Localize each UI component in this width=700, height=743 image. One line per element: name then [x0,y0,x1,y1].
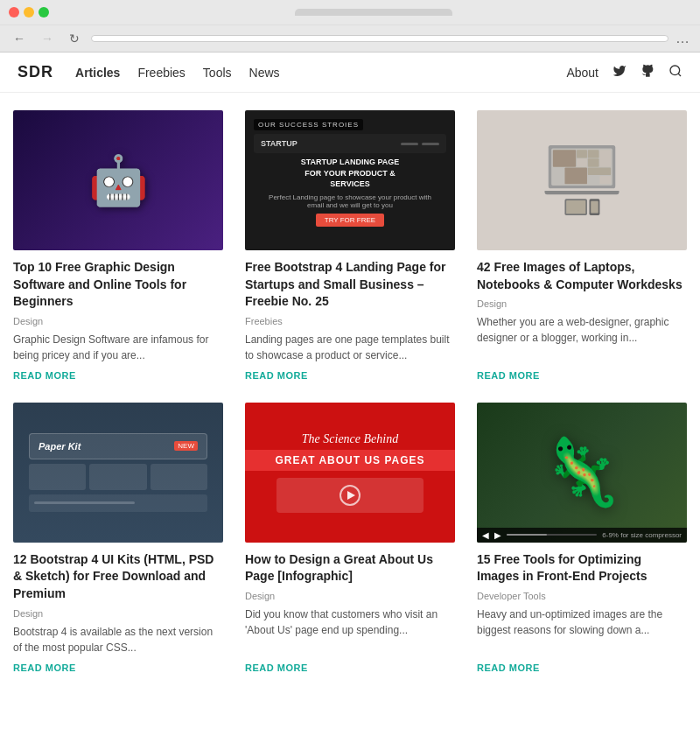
article-excerpt-3: Whether you are a web-designer, graphic … [477,314,687,346]
article-title-2: Free Bootstrap 4 Landing Page for Startu… [245,259,455,311]
browser-toolbar: ← → ↻ … [0,25,700,52]
dot-red[interactable] [9,7,19,18]
dot-yellow[interactable] [24,7,34,18]
nav-freebies[interactable]: Freebies [137,66,185,80]
article-title-3: 42 Free Images of Laptops, Notebooks & C… [477,259,687,293]
read-more-1[interactable]: READ MORE [13,370,223,381]
browser-dots [9,7,49,18]
read-more-2[interactable]: READ MORE [245,370,455,381]
article-image-6[interactable]: 🦎 ◀ ▶ 6-9% for size compressor [477,403,687,543]
svg-line-1 [678,74,681,76]
article-image-3[interactable] [477,110,687,250]
article-category-3: Design [477,298,687,309]
about-link[interactable]: About [566,66,598,80]
nav-news[interactable]: News [249,66,280,80]
nav-tools[interactable]: Tools [203,66,232,80]
nav-articles[interactable]: Articles [75,66,120,80]
article-category-5: Design [245,591,455,601]
article-category-4: Design [13,608,223,619]
article-excerpt-1: Graphic Design Software are infamous for… [13,332,223,363]
article-card-2: STARTUP STARTUP LANDING PAGEFOR YOUR PRO… [245,110,455,381]
article-image-2[interactable]: STARTUP STARTUP LANDING PAGEFOR YOUR PRO… [245,110,455,250]
article-category-6: Developer Tools [477,591,687,601]
read-more-6[interactable]: READ MORE [477,662,687,673]
article-excerpt-4: Bootstrap 4 is available as the next ver… [13,624,223,655]
article-title-6: 15 Free Tools for Optimizing Images in F… [477,551,687,585]
article-excerpt-2: Landing pages are one page templates bui… [245,332,455,363]
article-card-6: 🦎 ◀ ▶ 6-9% for size compressor 15 Free T… [477,403,687,673]
back-button[interactable]: ← [9,30,30,47]
address-bar[interactable] [91,35,668,42]
search-icon[interactable] [668,64,682,81]
read-more-4[interactable]: READ MORE [13,662,223,673]
site-nav: Articles Freebies Tools News [75,66,566,80]
site-header: SDR Articles Freebies Tools News About [0,53,700,93]
browser-menu-button[interactable]: … [676,31,691,46]
svg-point-0 [670,66,680,75]
browser-chrome: ← → ↻ … [0,0,700,53]
article-image-1[interactable]: 🤖 [13,110,223,250]
github-icon[interactable] [640,64,654,81]
article-card-3: 42 Free Images of Laptops, Notebooks & C… [477,110,687,381]
article-category-1: Design [13,316,223,326]
article-image-4[interactable]: Paper Kit NEW [13,403,223,543]
browser-tab-area [56,9,691,16]
article-title-5: How to Design a Great About Us Page [Inf… [245,551,455,585]
read-more-5[interactable]: READ MORE [245,662,455,673]
article-image-5[interactable]: The Science Behind GREAT ABOUT US PAGES [245,403,455,543]
article-card-1: 🤖 Top 10 Free Graphic Design Software an… [13,110,223,381]
refresh-button[interactable]: ↻ [65,30,84,47]
site-header-right: About [566,64,682,81]
twitter-icon[interactable] [612,64,626,81]
articles-grid: 🤖 Top 10 Free Graphic Design Software an… [13,110,687,673]
site-logo: SDR [18,63,53,81]
article-title-4: 12 Bootstrap 4 UI Kits (HTML, PSD & Sket… [13,551,223,603]
gd-scene: 🤖 [13,110,223,250]
article-title-1: Top 10 Free Graphic Design Software and … [13,259,223,311]
browser-titlebar [0,0,700,25]
dot-green[interactable] [38,7,49,18]
read-more-3[interactable]: READ MORE [477,370,687,381]
ig-bar-label: 6-9% for size compressor [602,531,682,539]
browser-tab[interactable] [295,9,452,16]
article-excerpt-6: Heavy and un-optimized images are the bi… [477,606,687,638]
article-excerpt-5: Did you know that customers who visit an… [245,606,455,638]
main-content: 🤖 Top 10 Free Graphic Design Software an… [0,93,700,690]
article-card-4: Paper Kit NEW 12 Bootstrap 4 UI [13,403,223,673]
lp-scene: STARTUP STARTUP LANDING PAGEFOR YOUR PRO… [245,110,455,250]
forward-button[interactable]: → [37,30,58,47]
lp-badge: OUR SUCCESS STROIES [254,119,363,130]
article-category-2: Freebies [245,316,455,326]
article-card-5: The Science Behind GREAT ABOUT US PAGES … [245,403,455,673]
